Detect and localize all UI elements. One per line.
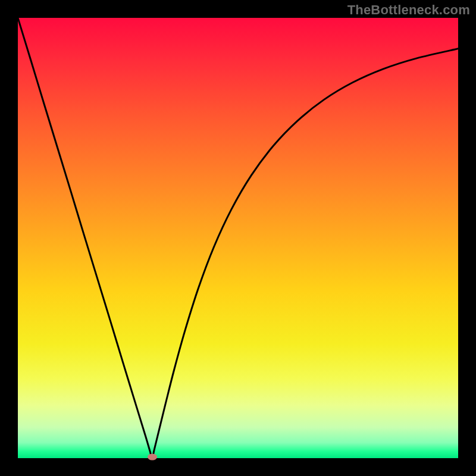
plot-area [18, 18, 458, 458]
watermark-text: TheBottleneck.com [347, 2, 470, 18]
chart-frame: TheBottleneck.com [0, 0, 476, 476]
bottleneck-marker [148, 453, 157, 460]
curve-svg [18, 18, 458, 458]
curve-path [18, 18, 458, 458]
